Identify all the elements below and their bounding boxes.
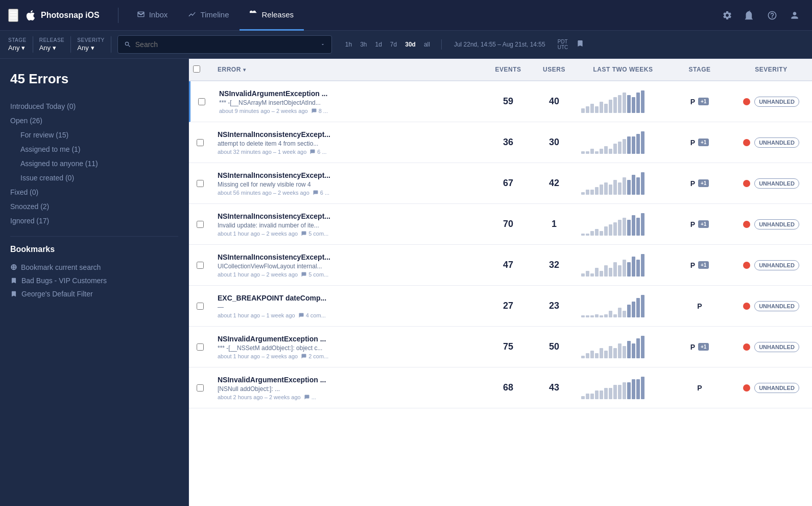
th-users: USERS xyxy=(531,66,577,73)
bar xyxy=(641,90,644,113)
user-button[interactable] xyxy=(785,6,804,25)
sidebar-assigned-anyone[interactable]: Assigned to anyone (11) xyxy=(10,156,178,171)
row-select[interactable] xyxy=(197,221,204,228)
release-select[interactable]: Any ▾ xyxy=(39,44,65,52)
bar xyxy=(618,142,622,154)
row-select[interactable] xyxy=(197,139,204,146)
bar xyxy=(636,298,640,317)
table-row[interactable]: NSInternalInconsistencyExcept... UIColle… xyxy=(189,245,812,286)
nav-inbox[interactable]: Inbox xyxy=(127,0,178,31)
bookmark-add[interactable]: ⊕ Bookmark current search xyxy=(10,260,178,274)
bar xyxy=(641,172,644,195)
sidebar-ignored[interactable]: Ignored (17) xyxy=(10,214,178,228)
row-select[interactable] xyxy=(197,343,204,351)
time-3h[interactable]: 3h xyxy=(357,39,370,50)
chart-cell xyxy=(577,127,669,158)
table-row[interactable]: NSInvalidArgumentException ... [NSNull a… xyxy=(189,367,812,408)
hamburger-menu[interactable]: ☰ xyxy=(8,9,18,22)
row-checkbox[interactable] xyxy=(189,303,211,310)
stage-cell: P +1 xyxy=(669,139,730,147)
notifications-button[interactable] xyxy=(741,6,759,25)
sidebar-open[interactable]: Open (26) xyxy=(10,113,178,128)
table-row[interactable]: NSInternalInconsistencyExcept... Invalid… xyxy=(189,204,812,245)
error-title: NSInternalInconsistencyExcept... xyxy=(218,130,412,139)
time-all[interactable]: all xyxy=(421,39,433,50)
settings-button[interactable] xyxy=(718,6,736,25)
apple-icon xyxy=(25,9,37,21)
table-row[interactable]: NSInternalInconsistencyExcept... Missing… xyxy=(189,163,812,204)
sidebar-fixed[interactable]: Fixed (0) xyxy=(10,185,178,199)
bar xyxy=(632,302,635,317)
bar xyxy=(586,234,589,236)
bar xyxy=(618,182,622,195)
bar xyxy=(586,394,589,399)
comment-bubble: 8 ... xyxy=(311,108,328,114)
select-all-checkbox[interactable] xyxy=(193,65,200,73)
stage-cell: P xyxy=(669,384,730,392)
severity-cell: UNHANDLED xyxy=(730,301,812,311)
help-button[interactable] xyxy=(763,6,781,25)
row-checkbox[interactable] xyxy=(189,262,211,269)
time-1d[interactable]: 1d xyxy=(372,39,385,50)
th-events: EVENTS xyxy=(485,66,531,73)
row-checkbox[interactable] xyxy=(189,180,211,187)
error-subtitle: Invalid update: invalid number of ite... xyxy=(218,222,412,229)
stage-value: P xyxy=(697,302,702,310)
sidebar-assigned-me[interactable]: Assigned to me (1) xyxy=(10,142,178,156)
bookmark-george-filter[interactable]: George's Default Filter xyxy=(10,287,178,301)
row-checkbox[interactable] xyxy=(189,139,211,146)
bar xyxy=(595,353,599,358)
row-select[interactable] xyxy=(198,98,205,105)
table-row[interactable]: NSInternalInconsistencyExcept... attempt… xyxy=(189,122,812,163)
row-checkbox[interactable] xyxy=(190,98,213,105)
row-checkbox[interactable] xyxy=(189,384,211,392)
severity-dot xyxy=(743,262,750,269)
severity-filter[interactable]: SEVERITY Any ▾ xyxy=(77,37,104,52)
bar xyxy=(586,271,589,277)
sidebar-issue-created[interactable]: Issue created (0) xyxy=(10,171,178,185)
table-row[interactable]: EXC_BREAKPOINT dateComp... — about 1 hou… xyxy=(189,286,812,327)
error-meta: about 1 hour ago – 2 weeks ago 5 com... xyxy=(218,271,481,278)
sidebar-introduced-today[interactable]: Introduced Today (0) xyxy=(10,99,178,113)
error-subtitle: attempt to delete item 4 from sectio... xyxy=(218,140,412,147)
row-checkbox[interactable] xyxy=(189,221,211,228)
row-select[interactable] xyxy=(197,303,204,310)
users-cell: 42 xyxy=(531,178,577,189)
bookmark-bad-bugs[interactable]: Bad Bugs - VIP Customers xyxy=(10,274,178,287)
time-30d[interactable]: 30d xyxy=(402,39,419,50)
search-box[interactable] xyxy=(117,35,332,54)
error-title: NSInternalInconsistencyExcept... xyxy=(218,253,412,261)
time-7d[interactable]: 7d xyxy=(387,39,400,50)
search-input[interactable] xyxy=(135,40,316,49)
row-select[interactable] xyxy=(197,384,204,392)
row-checkbox[interactable] xyxy=(189,343,211,351)
nav-releases[interactable]: Releases xyxy=(240,0,304,31)
stage-select[interactable]: Any ▾ xyxy=(8,44,27,52)
nav-timeline[interactable]: Timeline xyxy=(178,0,239,31)
bar xyxy=(600,348,603,358)
severity-badge: UNHANDLED xyxy=(754,342,799,352)
severity-badge: UNHANDLED xyxy=(754,260,799,270)
release-filter[interactable]: RELEASE Any ▾ xyxy=(39,37,65,52)
th-error[interactable]: ERROR ▾ xyxy=(211,66,485,73)
row-select[interactable] xyxy=(197,180,204,187)
severity-badge: UNHANDLED xyxy=(754,137,799,148)
bookmark-icon-2 xyxy=(10,290,17,297)
comment-icon xyxy=(313,190,319,196)
row-select[interactable] xyxy=(197,262,204,269)
time-1h[interactable]: 1h xyxy=(342,39,355,50)
severity-badge: UNHANDLED xyxy=(754,301,799,311)
bookmark-button[interactable] xyxy=(574,37,586,52)
table-row[interactable]: NSInvalidArgumentException ... *** -[__N… xyxy=(189,81,812,122)
bar xyxy=(604,351,608,358)
bar xyxy=(604,314,608,317)
sidebar-for-review[interactable]: For review (15) xyxy=(10,128,178,142)
severity-select[interactable]: Any ▾ xyxy=(77,44,104,52)
stage-filter[interactable]: STAGE Any ▾ xyxy=(8,37,27,52)
bar xyxy=(641,295,644,317)
sidebar-snoozed[interactable]: Snoozed (2) xyxy=(10,199,178,214)
table-row[interactable]: NSInvalidArgumentException ... *** -[__N… xyxy=(189,327,812,367)
bar xyxy=(604,146,608,154)
bookmarks-title: Bookmarks xyxy=(10,245,178,254)
bar xyxy=(586,353,589,358)
